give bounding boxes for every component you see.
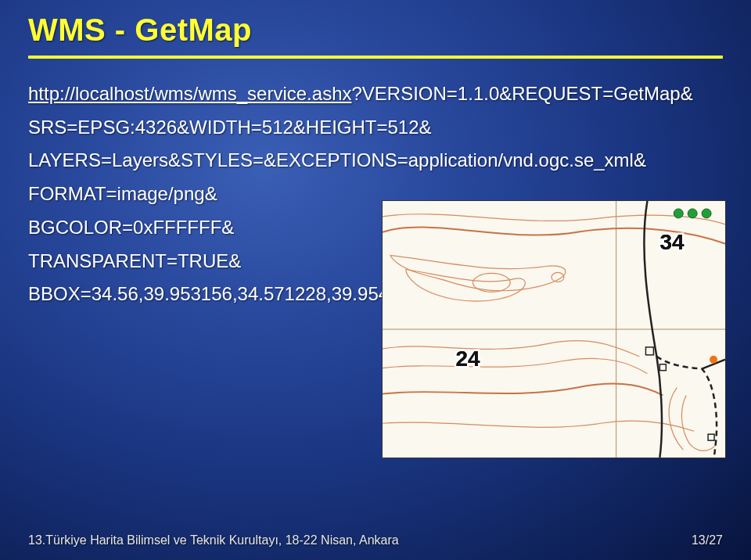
title-bar: WMS - GetMap	[0, 0, 751, 63]
svg-rect-5	[659, 364, 666, 371]
page-number: 13/27	[692, 533, 723, 547]
svg-point-10	[710, 356, 717, 364]
footer: 13.Türkiye Harita Bilimsel ve Teknik Kur…	[0, 533, 751, 547]
url-line-2: SRS=EPSG:4326&WIDTH=512&HEIGHT=512&	[28, 111, 751, 145]
svg-point-2	[473, 273, 510, 292]
url-line-1-rest: ?VERSION=1.1.0&REQUEST=GetMap&	[351, 83, 692, 104]
url-link[interactable]: http://localhost/wms/wms_service.ashx	[28, 83, 351, 104]
url-line-1: http://localhost/wms/wms_service.ashx?VE…	[28, 77, 751, 111]
svg-rect-6	[708, 434, 714, 440]
svg-rect-4	[645, 347, 653, 355]
slide-title: WMS - GetMap	[28, 13, 723, 48]
map-image: 34 34 24 24	[382, 200, 726, 458]
svg-point-9	[702, 209, 711, 218]
footer-text: 13.Türkiye Harita Bilimsel ve Teknik Kur…	[28, 533, 399, 547]
url-line-3: LAYERS=Layers&STYLES=&EXCEPTIONS=applica…	[28, 144, 751, 178]
svg-point-7	[674, 209, 683, 218]
svg-text:34: 34	[659, 230, 685, 254]
svg-point-8	[688, 209, 697, 218]
buildings	[645, 347, 714, 440]
svg-text:24: 24	[456, 346, 481, 371]
title-underline	[28, 56, 723, 59]
